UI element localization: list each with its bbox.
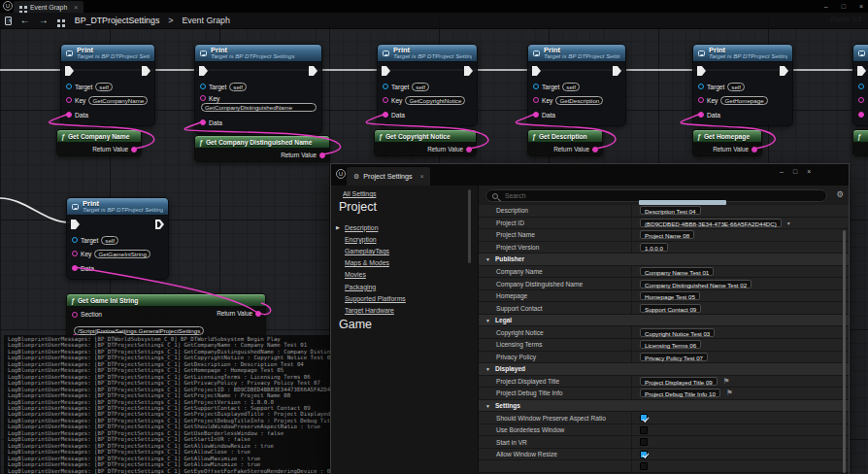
- setting-value-box[interactable]: Homepage Test 05: [640, 291, 700, 300]
- setting-value-box[interactable]: Support Contact 09: [640, 304, 701, 313]
- back-button[interactable]: ←: [20, 16, 30, 25]
- tab-event-graph[interactable]: Event Graph ×: [14, 1, 83, 13]
- exec-out-pin[interactable]: [464, 66, 473, 76]
- print-node[interactable]: PrintTarget is BP DTProject SettingsTarg…: [60, 44, 155, 126]
- search-input[interactable]: [503, 191, 820, 200]
- print-node[interactable]: PrintTarget is BP DTProject SettingsTarg…: [692, 44, 793, 126]
- sidebar-item-encryption[interactable]: Encryption: [331, 233, 470, 245]
- return-value-pin[interactable]: [592, 147, 598, 152]
- sidebar-scrollbar[interactable]: [468, 189, 471, 263]
- return-value-pin[interactable]: [255, 311, 261, 317]
- close-button[interactable]: ×: [859, 3, 863, 10]
- key-pin[interactable]: [698, 97, 704, 103]
- key-pin[interactable]: [858, 97, 864, 103]
- target-pin[interactable]: [66, 84, 72, 89]
- setting-value-box[interactable]: Licensing Terms 06: [640, 340, 701, 349]
- key-value-box[interactable]: GetGameIniString: [94, 250, 150, 258]
- target-pin[interactable]: [698, 84, 704, 89]
- target-pin[interactable]: [533, 84, 539, 89]
- minimize-button[interactable]: –: [780, 168, 784, 175]
- minimize-button[interactable]: –: [824, 3, 828, 10]
- breadcrumb-root[interactable]: BP_DTProjectSettings: [75, 16, 160, 25]
- exec-out-pin[interactable]: [155, 220, 164, 229]
- target-pin[interactable]: [858, 84, 864, 89]
- getter-node[interactable]: ƒGet Company Distinguished NameReturn Va…: [194, 135, 330, 162]
- key-pin[interactable]: [66, 97, 72, 103]
- print-node[interactable]: PrintTarget is BP DTProject SettingsTarg…: [527, 44, 626, 126]
- data-pin[interactable]: [200, 119, 206, 125]
- exec-in-pin[interactable]: [199, 66, 208, 76]
- sidebar-item-gameplaytags[interactable]: GameplayTags: [331, 245, 470, 256]
- setting-value-box[interactable]: Project Debug Title Info 10: [640, 389, 720, 397]
- target-value-box[interactable]: self: [727, 83, 745, 91]
- setting-checkbox[interactable]: [640, 438, 648, 446]
- setting-checkbox[interactable]: [640, 462, 648, 470]
- getter-node[interactable]: ƒGet HomepageReturn Value: [692, 129, 762, 156]
- tab-project-settings[interactable]: ⚙ Project Settings ×: [347, 167, 430, 186]
- return-value-pin[interactable]: [131, 147, 137, 152]
- key-value-box[interactable]: GetCopyrightNotice: [405, 96, 465, 105]
- key-value-box[interactable]: GetDescription: [555, 96, 603, 105]
- maximize-button[interactable]: □: [793, 168, 797, 175]
- data-pin[interactable]: [698, 112, 704, 118]
- exec-in-pin[interactable]: [697, 66, 706, 76]
- data-pin[interactable]: [383, 112, 388, 118]
- key-pin[interactable]: [72, 251, 78, 256]
- print-node[interactable]: PrintTarget is BP DTProject SettingsTarg…: [377, 44, 478, 126]
- target-pin[interactable]: [72, 237, 78, 243]
- settings-section-header[interactable]: ▼Publisher: [479, 254, 849, 266]
- exec-out-pin[interactable]: [309, 66, 317, 76]
- setting-checkbox[interactable]: [640, 426, 648, 434]
- exec-in-pin[interactable]: [382, 66, 390, 76]
- return-value-pin[interactable]: [466, 147, 472, 152]
- project-settings-titlebar[interactable]: U ⚙ Project Settings × – □ ×: [331, 164, 849, 186]
- print-node[interactable]: PrintTarget is BP DTProject SettingsTarg…: [66, 197, 169, 280]
- target-pin[interactable]: [200, 84, 206, 89]
- setting-value-box[interactable]: Copyright Notice Test 03: [640, 328, 715, 337]
- section-pin[interactable]: [72, 312, 78, 318]
- maximize-button[interactable]: □: [842, 3, 846, 10]
- setting-value-box[interactable]: Company Distinguished Name Test 02: [640, 280, 751, 288]
- all-settings-link[interactable]: All Settings: [343, 190, 376, 197]
- getter-node[interactable]: ƒGet DescriptionReturn Value: [527, 129, 603, 156]
- project-settings-window[interactable]: U ⚙ Project Settings × – □ × All Setting…: [330, 163, 850, 474]
- exec-out-pin[interactable]: [780, 66, 788, 76]
- target-value-box[interactable]: self: [229, 83, 247, 91]
- setting-value-box[interactable]: Description Test 04: [640, 206, 701, 215]
- key-pin[interactable]: [200, 95, 206, 101]
- exec-in-pin[interactable]: [532, 66, 541, 76]
- print-node[interactable]: PrintTarget is BP DTProject SettingsTarg…: [194, 44, 322, 134]
- sidebar-item-maps-modes[interactable]: Maps & Modes: [331, 257, 470, 269]
- tab-close-icon[interactable]: ×: [74, 4, 78, 11]
- setting-checkbox[interactable]: [640, 451, 648, 458]
- setting-value-box[interactable]: Privacy Policy Test 07: [640, 353, 708, 361]
- exec-in-pin[interactable]: [71, 220, 80, 229]
- settings-section-header[interactable]: ▼Legal: [479, 315, 849, 327]
- return-value-pin[interactable]: [319, 152, 325, 158]
- data-pin[interactable]: [533, 112, 539, 118]
- settings-section-header[interactable]: ▼Displayed: [479, 363, 849, 376]
- close-button[interactable]: ×: [807, 168, 811, 175]
- target-value-box[interactable]: self: [95, 83, 113, 91]
- tab-close-icon[interactable]: ×: [420, 173, 424, 180]
- data-pin[interactable]: [858, 112, 864, 118]
- settings-scrollbar[interactable]: [843, 230, 846, 473]
- settings-gear-icon[interactable]: ⚙: [836, 190, 844, 199]
- getter-node[interactable]: ƒGet Company NameReturn Value: [56, 129, 142, 156]
- target-value-box[interactable]: self: [412, 83, 429, 91]
- sidebar-item-supported-platforms[interactable]: Supported Platforms: [331, 292, 470, 304]
- exec-out-pin[interactable]: [142, 66, 150, 76]
- setting-value-box[interactable]: (BD9CDBED-4BB8-3E34-473E-66A5FA2D44DC): [640, 219, 782, 227]
- asset-menu-button[interactable]: ▾: [5, 17, 12, 25]
- setting-value-box[interactable]: Project Name 08: [640, 230, 694, 239]
- exec-in-pin[interactable]: [65, 66, 74, 76]
- return-value-pin[interactable]: [751, 147, 757, 152]
- target-pin[interactable]: [383, 84, 388, 89]
- sidebar-item-description[interactable]: ▶Description: [331, 221, 470, 233]
- setting-value-box[interactable]: Company Name Test 01: [640, 267, 714, 276]
- key-value-box[interactable]: GetCompanyName: [88, 96, 148, 105]
- breadcrumb-current[interactable]: Event Graph: [182, 16, 229, 25]
- key-pin[interactable]: [383, 97, 388, 103]
- forward-button[interactable]: →: [39, 16, 49, 25]
- sidebar-item-movies[interactable]: Movies: [331, 269, 470, 281]
